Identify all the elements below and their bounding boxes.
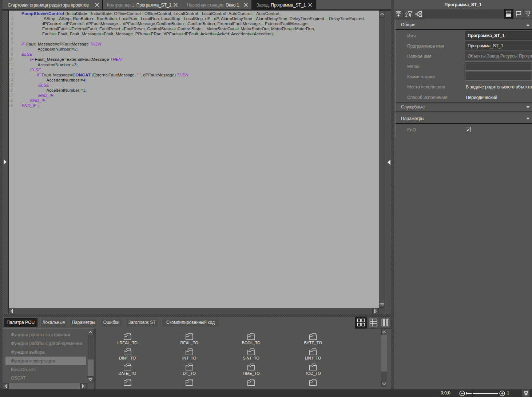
svg-text:Z: Z <box>405 14 408 17</box>
